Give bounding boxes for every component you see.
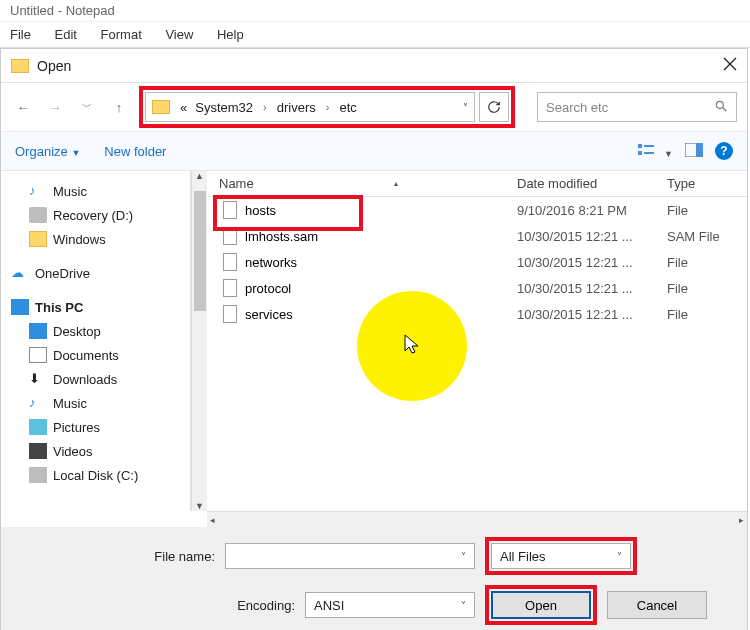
- filename-label: File name:: [15, 549, 215, 564]
- file-list-hscrollbar[interactable]: ◂ ▸: [207, 511, 747, 527]
- tree-item-label: Desktop: [53, 324, 101, 339]
- tree-item-desktop[interactable]: Desktop: [11, 319, 190, 343]
- column-date[interactable]: Date modified: [517, 171, 667, 196]
- file-row[interactable]: services10/30/2015 12:21 ...File: [207, 301, 747, 327]
- encoding-select[interactable]: ANSI˅: [305, 592, 475, 618]
- drive-icon: [29, 207, 47, 223]
- chevron-down-icon[interactable]: ˅: [461, 600, 466, 611]
- menu-file[interactable]: File: [0, 22, 41, 48]
- menu-format[interactable]: Format: [91, 22, 152, 48]
- tree-item-label: Videos: [53, 444, 93, 459]
- tree-item-label: Pictures: [53, 420, 100, 435]
- tree-item-music[interactable]: ♪Music: [11, 179, 190, 203]
- pc-icon: [11, 299, 29, 315]
- search-input[interactable]: Search etc: [537, 92, 737, 122]
- address-bar[interactable]: « System32 › drivers › etc ˅: [145, 92, 475, 122]
- file-row[interactable]: networks10/30/2015 12:21 ...File: [207, 249, 747, 275]
- preview-pane-icon[interactable]: [685, 143, 703, 160]
- tree-item-label: OneDrive: [35, 266, 90, 281]
- tree-item-label: Downloads: [53, 372, 117, 387]
- scroll-thumb[interactable]: [194, 191, 206, 311]
- music-icon: ♪: [29, 395, 47, 411]
- tree-item-documents[interactable]: Documents: [11, 343, 190, 367]
- column-name[interactable]: Name▴: [207, 171, 517, 196]
- file-date: 10/30/2015 12:21 ...: [517, 281, 667, 296]
- tree-item-music[interactable]: ♪Music: [11, 391, 190, 415]
- search-icon: [714, 99, 728, 116]
- column-type[interactable]: Type: [667, 171, 747, 196]
- file-type: File: [667, 255, 747, 270]
- cancel-button[interactable]: Cancel: [607, 591, 707, 619]
- refresh-button[interactable]: [479, 92, 509, 122]
- chevron-right-icon[interactable]: ›: [257, 101, 273, 113]
- filetype-highlight: All Files˅: [485, 537, 637, 575]
- recent-locations-dropdown[interactable]: ﹀: [75, 95, 99, 119]
- folder-icon: [11, 59, 29, 73]
- file-date: 10/30/2015 12:21 ...: [517, 307, 667, 322]
- up-button[interactable]: ↑: [107, 95, 131, 119]
- file-name: networks: [245, 255, 297, 270]
- breadcrumb-drivers[interactable]: drivers: [273, 100, 320, 115]
- file-icon: [223, 201, 237, 219]
- file-name: services: [245, 307, 293, 322]
- address-dropdown-icon[interactable]: ˅: [457, 102, 474, 113]
- filename-input[interactable]: ˅: [225, 543, 475, 569]
- scroll-up-icon[interactable]: ▲: [192, 171, 207, 181]
- help-button[interactable]: ?: [715, 142, 733, 160]
- tree-item-downloads[interactable]: ⬇Downloads: [11, 367, 190, 391]
- filetype-select[interactable]: All Files˅: [491, 543, 631, 569]
- navigation-row: ← → ﹀ ↑ « System32 › drivers › etc ˅ Sea…: [1, 83, 747, 131]
- file-type: File: [667, 203, 747, 218]
- chevron-right-icon[interactable]: ›: [320, 101, 336, 113]
- file-name: lmhosts.sam: [245, 229, 318, 244]
- back-button[interactable]: ←: [11, 95, 35, 119]
- address-bar-highlight: « System32 › drivers › etc ˅: [139, 86, 515, 128]
- chevron-down-icon[interactable]: ˅: [617, 551, 622, 562]
- breadcrumb-system32[interactable]: System32: [191, 100, 257, 115]
- breadcrumb-etc[interactable]: etc: [335, 100, 360, 115]
- open-dialog: Open ← → ﹀ ↑ « System32 › drivers › etc …: [0, 48, 748, 630]
- scroll-down-icon[interactable]: ▼: [192, 501, 207, 511]
- tree-item-this-pc[interactable]: This PC: [11, 295, 190, 319]
- new-folder-button[interactable]: New folder: [104, 144, 166, 159]
- notepad-menubar: File Edit Format View Help: [0, 22, 750, 48]
- breadcrumb-sep: «: [176, 100, 191, 115]
- column-headers: Name▴ Date modified Type: [207, 171, 747, 197]
- tree-item-local-disk-c-[interactable]: Local Disk (C:): [11, 463, 190, 487]
- folder-icon: [152, 100, 170, 114]
- svg-rect-9: [696, 143, 703, 157]
- doc-icon: [29, 347, 47, 363]
- menu-help[interactable]: Help: [207, 22, 254, 48]
- file-icon: [223, 253, 237, 271]
- tree-scrollbar[interactable]: ▲ ▼: [191, 171, 207, 511]
- desktop-icon: [29, 323, 47, 339]
- sort-indicator-icon: ▴: [394, 179, 398, 188]
- tree-item-label: Windows: [53, 232, 106, 247]
- view-options-icon[interactable]: ▼: [638, 143, 673, 160]
- menu-edit[interactable]: Edit: [45, 22, 87, 48]
- file-row[interactable]: lmhosts.sam10/30/2015 12:21 ...SAM File: [207, 223, 747, 249]
- tree-item-label: Music: [53, 396, 87, 411]
- svg-point-2: [716, 101, 723, 108]
- folder-icon: [29, 231, 47, 247]
- organize-menu[interactable]: Organize ▼: [15, 144, 80, 159]
- file-row[interactable]: hosts9/10/2016 8:21 PMFile: [207, 197, 747, 223]
- menu-view[interactable]: View: [155, 22, 203, 48]
- tree-item-windows[interactable]: Windows: [11, 227, 190, 251]
- file-list: Name▴ Date modified Type hosts9/10/2016 …: [207, 171, 747, 511]
- tree-item-pictures[interactable]: Pictures: [11, 415, 190, 439]
- chevron-down-icon[interactable]: ˅: [461, 551, 466, 562]
- file-row[interactable]: protocol10/30/2015 12:21 ...File: [207, 275, 747, 301]
- tree-item-onedrive[interactable]: ☁OneDrive: [11, 261, 190, 285]
- tree-item-videos[interactable]: Videos: [11, 439, 190, 463]
- open-button[interactable]: Open: [491, 591, 591, 619]
- dialog-toolbar: Organize ▼ New folder ▼ ?: [1, 131, 747, 171]
- tree-item-label: Local Disk (C:): [53, 468, 138, 483]
- file-date: 10/30/2015 12:21 ...: [517, 255, 667, 270]
- svg-rect-5: [638, 151, 642, 155]
- forward-button[interactable]: →: [43, 95, 67, 119]
- tree-item-recovery-d-[interactable]: Recovery (D:): [11, 203, 190, 227]
- search-placeholder: Search etc: [546, 100, 608, 115]
- close-button[interactable]: [723, 57, 737, 74]
- dialog-title: Open: [37, 58, 723, 74]
